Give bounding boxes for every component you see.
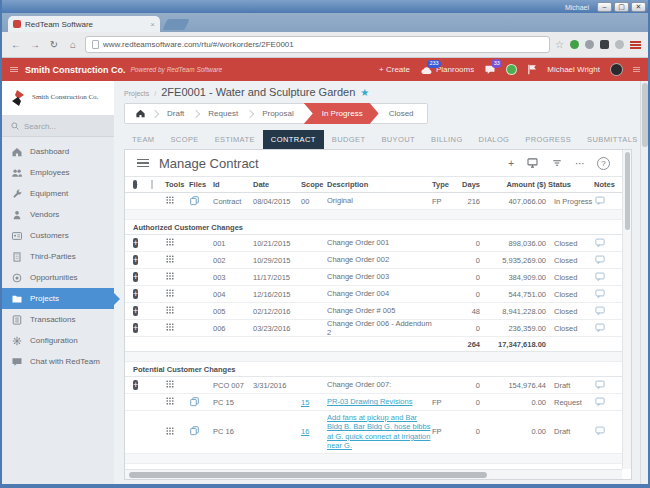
tab-submittals[interactable]: SUBMITTALS bbox=[579, 130, 640, 149]
workflow-step-draft[interactable]: Draft bbox=[158, 109, 193, 118]
more-button[interactable]: ⋯ bbox=[575, 158, 585, 169]
tools-grid-icon[interactable] bbox=[165, 240, 175, 249]
favorite-star-icon[interactable]: ★ bbox=[360, 87, 369, 98]
sidebar-item-chat-with-redteam[interactable]: Chat with RedTeam bbox=[2, 351, 114, 372]
add-icon[interactable]: + bbox=[133, 180, 137, 189]
window-close-button[interactable]: ✕ bbox=[631, 2, 646, 12]
description-cell[interactable]: PR-03 Drawing Revisions bbox=[327, 397, 432, 406]
status-orb-icon[interactable] bbox=[506, 64, 517, 75]
tools-grid-icon[interactable] bbox=[165, 308, 175, 317]
checkbox-icon[interactable] bbox=[151, 180, 153, 189]
scope-cell[interactable]: 16 bbox=[301, 427, 327, 436]
row-add-button[interactable]: + bbox=[133, 323, 138, 333]
workflow-step-request[interactable]: Request bbox=[199, 109, 247, 118]
display-button[interactable] bbox=[526, 157, 539, 169]
extension-icon[interactable] bbox=[600, 40, 609, 49]
tools-grid-icon[interactable] bbox=[165, 429, 175, 438]
row-add-button[interactable]: + bbox=[133, 272, 138, 282]
extension-icon[interactable] bbox=[615, 40, 624, 49]
sidebar-item-opportunities[interactable]: Opportunities bbox=[2, 267, 114, 288]
sidebar-item-projects[interactable]: Projects bbox=[2, 288, 114, 309]
tools-grid-icon[interactable] bbox=[165, 257, 175, 266]
row-add-button[interactable]: + bbox=[133, 238, 138, 248]
sidebar-item-vendors[interactable]: Vendors bbox=[2, 204, 114, 225]
user-avatar[interactable] bbox=[610, 63, 623, 76]
messages-button[interactable]: 33 bbox=[484, 64, 496, 75]
reload-button[interactable]: ↻ bbox=[47, 39, 61, 50]
scope-cell[interactable]: 15 bbox=[301, 398, 327, 407]
row-add-button[interactable]: + bbox=[133, 289, 138, 299]
sidebar-logo[interactable]: Smith Construction Co. bbox=[2, 81, 114, 116]
row-add-button[interactable]: + bbox=[133, 255, 138, 265]
tab-dialog[interactable]: DIALOG bbox=[471, 130, 518, 149]
tools-grid-icon[interactable] bbox=[165, 382, 175, 391]
browser-profile-name[interactable]: Michael bbox=[560, 4, 594, 11]
browser-menu-icon[interactable] bbox=[630, 41, 641, 49]
user-menu-icon[interactable] bbox=[633, 67, 640, 72]
tab-contract[interactable]: CONTRACT bbox=[263, 130, 324, 149]
tab-scope[interactable]: SCOPE bbox=[162, 130, 206, 149]
note-icon[interactable] bbox=[594, 429, 606, 438]
tools-grid-icon[interactable] bbox=[165, 399, 175, 408]
panel-horizontal-scrollbar[interactable] bbox=[125, 469, 622, 479]
tools-grid-icon[interactable] bbox=[165, 274, 175, 283]
page-scrollbar[interactable] bbox=[640, 81, 648, 484]
breadcrumb-section[interactable]: Projects bbox=[124, 90, 149, 97]
note-icon[interactable] bbox=[594, 309, 606, 318]
panel-menu-icon[interactable] bbox=[137, 159, 149, 168]
create-button[interactable]: + Create bbox=[379, 65, 410, 74]
tools-grid-icon[interactable] bbox=[165, 198, 175, 207]
tools-grid-icon[interactable] bbox=[165, 291, 175, 300]
home-button[interactable]: ⌂ bbox=[66, 39, 80, 50]
help-button[interactable]: ? bbox=[597, 157, 610, 170]
app-menu-icon[interactable] bbox=[10, 67, 18, 72]
filter-button[interactable] bbox=[551, 157, 563, 169]
sidebar-item-third-parties[interactable]: Third-Parties bbox=[2, 246, 114, 267]
extension-icon[interactable] bbox=[570, 40, 579, 49]
back-button[interactable]: ← bbox=[9, 39, 23, 50]
bookmark-star-icon[interactable]: ☆ bbox=[555, 39, 564, 50]
forward-button[interactable]: → bbox=[28, 39, 42, 50]
row-add-button[interactable]: + bbox=[133, 306, 138, 316]
sidebar-item-equipment[interactable]: Equipment bbox=[2, 183, 114, 204]
sidebar-item-configuration[interactable]: Configuration bbox=[2, 330, 114, 351]
description-cell[interactable]: Add fans at pickup and Bar Bldg B. Bar B… bbox=[327, 413, 432, 451]
window-minimize-button[interactable]: – bbox=[597, 2, 612, 12]
row-add-button[interactable]: + bbox=[133, 380, 138, 390]
note-icon[interactable] bbox=[594, 258, 606, 267]
note-icon[interactable] bbox=[594, 383, 606, 392]
workflow-step-proposal[interactable]: Proposal bbox=[253, 109, 303, 118]
note-icon[interactable] bbox=[594, 292, 606, 301]
workflow-step-closed[interactable]: Closed bbox=[380, 109, 423, 118]
browser-tab[interactable]: RedTeam Software × bbox=[8, 16, 160, 32]
workflow-home-icon[interactable] bbox=[129, 108, 152, 119]
tab-close-icon[interactable]: × bbox=[150, 20, 155, 29]
sidebar-item-customers[interactable]: Customers bbox=[2, 225, 114, 246]
tab-buyout[interactable]: BUYOUT bbox=[373, 130, 423, 149]
note-icon[interactable] bbox=[594, 241, 606, 250]
flag-icon[interactable] bbox=[527, 64, 537, 75]
files-copy-icon[interactable] bbox=[189, 199, 200, 208]
sidebar-item-dashboard[interactable]: Dashboard bbox=[2, 141, 114, 162]
url-bar[interactable]: www.redteamsoftware.com/rtu/#/workorders… bbox=[85, 36, 550, 53]
new-tab-button[interactable] bbox=[162, 19, 189, 30]
files-copy-icon[interactable] bbox=[189, 429, 200, 438]
tab-budget[interactable]: BUDGET bbox=[324, 130, 374, 149]
workflow-step-in-progress[interactable]: In Progress bbox=[304, 103, 379, 124]
panel-vertical-scrollbar[interactable] bbox=[622, 150, 631, 469]
sidebar-search[interactable] bbox=[2, 116, 114, 137]
note-icon[interactable] bbox=[594, 326, 606, 335]
tab-billing[interactable]: BILLING bbox=[423, 130, 471, 149]
select-all-checkbox[interactable] bbox=[151, 180, 165, 189]
files-copy-icon[interactable] bbox=[189, 400, 200, 409]
tab-progress[interactable]: PROGRESS bbox=[517, 130, 579, 149]
planrooms-button[interactable]: 233 Planrooms bbox=[420, 65, 474, 75]
note-icon[interactable] bbox=[594, 275, 606, 284]
window-maximize-button[interactable]: ▢ bbox=[614, 2, 629, 12]
tools-grid-icon[interactable] bbox=[165, 325, 175, 334]
user-name[interactable]: Michael Wright bbox=[547, 65, 600, 74]
sidebar-item-employees[interactable]: Employees bbox=[2, 162, 114, 183]
tab-estimate[interactable]: ESTIMATE bbox=[207, 130, 263, 149]
add-item-button[interactable]: + bbox=[508, 158, 514, 169]
search-input[interactable] bbox=[24, 122, 94, 131]
